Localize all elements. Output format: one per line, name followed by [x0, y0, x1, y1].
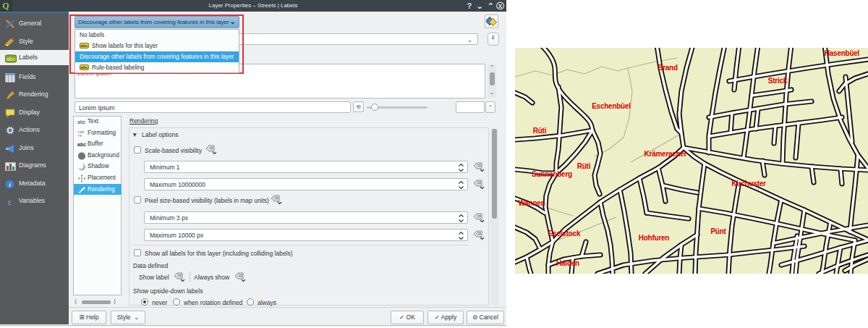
svg-text:Hohfuren: Hohfuren: [639, 234, 670, 242]
svg-text:Kirchuster: Kirchuster: [731, 180, 766, 188]
svg-text:Halden: Halden: [556, 259, 579, 267]
svg-text:Strick: Strick: [768, 77, 788, 85]
svg-text:Hasenbüel: Hasenbüel: [825, 49, 860, 57]
svg-text:Sunnenberg: Sunnenberg: [532, 170, 572, 178]
svg-text:Eschenbüel: Eschenbüel: [592, 102, 631, 110]
svg-text:abc: abc: [7, 56, 15, 62]
svg-text:Rüti: Rüti: [577, 162, 591, 170]
svg-text:Rüti: Rüti: [533, 127, 547, 135]
svg-text:Krämeracher: Krämeracher: [644, 150, 687, 158]
svg-text:ε: ε: [8, 197, 12, 206]
svg-text:Wannen: Wannen: [518, 199, 545, 207]
svg-text:Eselstock: Eselstock: [548, 230, 581, 237]
svg-text:<e: <e: [77, 133, 82, 138]
svg-text:Brand: Brand: [658, 64, 678, 72]
svg-text:abc: abc: [77, 119, 86, 125]
svg-text:Pünt: Pünt: [710, 227, 726, 235]
svg-text:abc: abc: [77, 142, 86, 147]
